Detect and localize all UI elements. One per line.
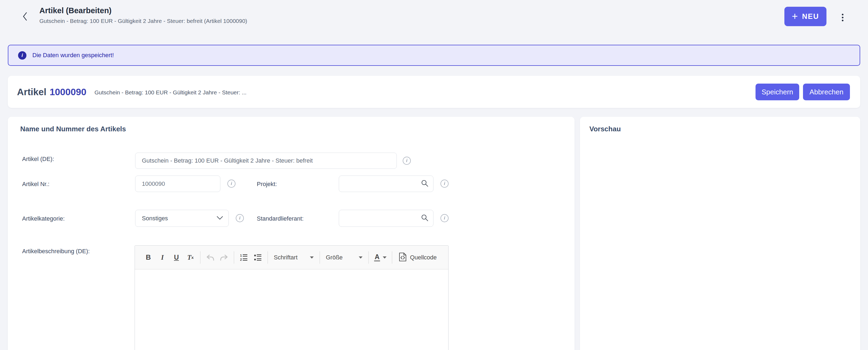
font-size-dropdown[interactable]: Größe — [322, 250, 366, 265]
kategorie-label: Artikelkategorie: — [22, 215, 65, 222]
top-bar: Artikel (Bearbeiten) Gutschein - Betrag:… — [0, 0, 868, 35]
font-family-dropdown[interactable]: Schriftart — [271, 250, 317, 265]
article-nr-input[interactable] — [135, 176, 220, 192]
info-icon[interactable]: i — [227, 180, 236, 188]
new-button-label: NEU — [802, 12, 819, 21]
text-color-button[interactable]: A — [371, 250, 389, 265]
banner-message: Die Daten wurden gespeichert! — [32, 52, 114, 59]
article-number: 1000090 — [50, 87, 86, 97]
new-button[interactable]: + NEU — [784, 7, 827, 26]
form-section-title: Name und Nummer des Artikels — [20, 125, 126, 133]
toolbar-separator — [368, 251, 369, 264]
article-header-subtitle: Gutschein - Betrag: 100 EUR - Gültigkeit… — [94, 89, 247, 96]
kebab-dot — [842, 14, 843, 15]
beschreibung-label: Artikelbeschreibung (DE): — [22, 248, 90, 255]
projekt-label: Projekt: — [257, 181, 277, 188]
toolbar-separator — [392, 251, 392, 264]
preview-card: Vorschau — [580, 117, 860, 350]
article-form-card: Name und Nummer des Artikels Artikel (DE… — [8, 117, 575, 350]
saved-info-banner: i Die Daten wurden gespeichert! — [8, 45, 860, 66]
page-title-block: Artikel (Bearbeiten) Gutschein - Betrag:… — [39, 6, 247, 24]
toolbar-separator — [268, 251, 268, 264]
redo-icon[interactable] — [217, 250, 231, 265]
editor-toolbar: B I U Tx 12 Schriftart — [135, 246, 448, 269]
search-icon — [421, 179, 429, 189]
source-code-button[interactable]: Quellcode — [395, 250, 440, 265]
back-button[interactable] — [19, 11, 31, 23]
lieferant-input[interactable] — [345, 215, 421, 222]
remove-format-t: T — [187, 254, 191, 261]
font-size-dropdown-label: Größe — [326, 254, 343, 261]
kategorie-selected-value: Sonstiges — [142, 215, 168, 222]
lieferant-search-field[interactable] — [339, 210, 433, 227]
info-icon[interactable]: i — [440, 180, 448, 188]
font-family-dropdown-label: Schriftart — [274, 254, 298, 261]
caret-down-icon — [359, 256, 363, 259]
toolbar-separator — [234, 251, 234, 264]
source-code-icon — [399, 252, 407, 263]
caret-down-icon — [310, 256, 314, 259]
caret-down-icon — [383, 256, 386, 259]
preview-title: Vorschau — [589, 125, 621, 133]
text-color-a-icon: A — [374, 253, 380, 261]
projekt-input[interactable] — [345, 180, 421, 188]
article-header-card: Artikel 1000090 Gutschein - Betrag: 100 … — [8, 76, 860, 108]
svg-text:2: 2 — [240, 258, 242, 261]
ordered-list-icon[interactable]: 12 — [237, 250, 251, 265]
remove-format-x: x — [191, 255, 193, 260]
toolbar-separator — [200, 251, 200, 264]
info-circle-icon: i — [18, 51, 26, 60]
page-subtitle: Gutschein - Betrag: 100 EUR - Gültigkeit… — [39, 18, 247, 24]
article-title-prefix: Artikel — [17, 87, 46, 97]
bold-button[interactable]: B — [141, 250, 155, 265]
lieferant-label: Standardlieferant: — [257, 215, 304, 222]
undo-icon[interactable] — [203, 250, 217, 265]
cancel-button[interactable]: Abbrechen — [803, 84, 850, 100]
kebab-dot — [842, 17, 843, 18]
italic-button[interactable]: I — [155, 250, 169, 265]
article-actions: Speichern Abbrechen — [755, 84, 850, 100]
save-button[interactable]: Speichern — [755, 84, 799, 100]
info-icon[interactable]: i — [403, 157, 411, 165]
page-title: Artikel (Bearbeiten) — [39, 6, 247, 15]
rich-text-editor: B I U Tx 12 Schriftart — [134, 245, 448, 350]
info-icon[interactable]: i — [440, 214, 448, 222]
kebab-menu-icon[interactable] — [837, 10, 848, 25]
article-title-row: Artikel 1000090 Gutschein - Betrag: 100 … — [17, 76, 247, 108]
bullet-list-icon[interactable] — [251, 250, 265, 265]
article-de-input[interactable] — [135, 153, 397, 169]
editor-content-area[interactable] — [135, 269, 448, 350]
chevron-left-icon — [22, 11, 28, 23]
info-icon[interactable]: i — [236, 214, 244, 222]
svg-text:1: 1 — [240, 254, 242, 257]
underline-button[interactable]: U — [169, 250, 183, 265]
projekt-search-field[interactable] — [339, 176, 433, 192]
plus-icon: + — [792, 11, 798, 21]
remove-format-button[interactable]: Tx — [183, 250, 197, 265]
search-icon — [421, 214, 429, 223]
article-nr-label: Artikel Nr.: — [22, 181, 49, 188]
chevron-down-icon — [217, 216, 223, 221]
kategorie-select[interactable]: Sonstiges — [135, 210, 229, 227]
article-de-label: Artikel (DE): — [22, 156, 54, 163]
kebab-dot — [842, 20, 843, 21]
source-code-label: Quellcode — [410, 254, 437, 261]
